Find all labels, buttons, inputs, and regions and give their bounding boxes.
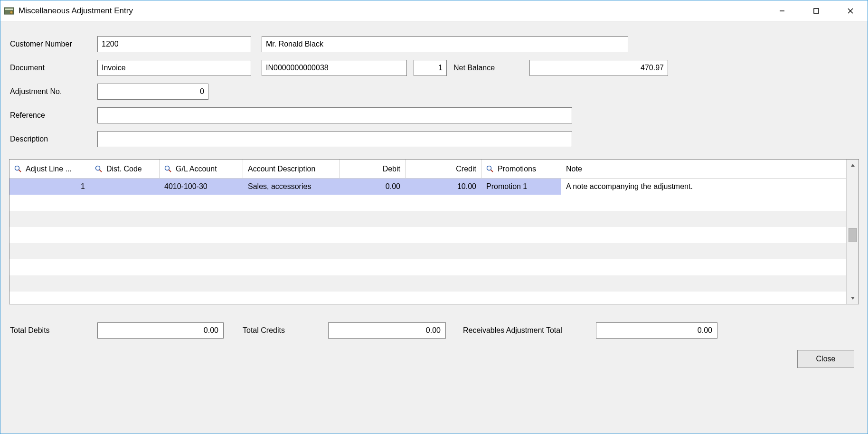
header-debit[interactable]: Debit — [340, 160, 406, 178]
field-document-type[interactable]: Invoice — [97, 60, 251, 76]
label-adjustment-no: Adjustment No. — [9, 87, 97, 96]
row-adjustment-no: Adjustment No. 0 — [9, 83, 859, 100]
cell-gl-account[interactable]: 4010-100-30 — [160, 179, 243, 195]
table-row[interactable] — [9, 243, 846, 259]
header-credit[interactable]: Credit — [406, 160, 481, 178]
row-description: Description — [9, 131, 859, 148]
label-reference: Reference — [9, 111, 97, 120]
field-net-balance: 470.97 — [529, 60, 668, 76]
row-document: Document Invoice IN0000000000038 1 Net B… — [9, 59, 859, 76]
svg-line-10 — [100, 170, 102, 172]
close-window-button[interactable] — [833, 0, 868, 21]
svg-point-13 — [487, 166, 491, 170]
svg-marker-15 — [851, 164, 855, 167]
label-document: Document — [9, 64, 97, 72]
field-description[interactable] — [97, 131, 572, 147]
table-row[interactable] — [9, 211, 846, 227]
table-row[interactable] — [9, 227, 846, 243]
cell-note[interactable]: A note accompanying the adjustment. — [561, 179, 846, 195]
maximize-button[interactable] — [799, 0, 833, 21]
field-reference[interactable] — [97, 107, 572, 123]
svg-line-12 — [169, 170, 171, 172]
grid-wrap: Adjust Line ... Dist. Code G/L Account — [9, 159, 859, 304]
cell-dist-code[interactable] — [90, 179, 160, 195]
field-adjustment-no[interactable]: 0 — [97, 84, 208, 100]
scroll-track[interactable] — [847, 171, 859, 292]
header-dist-code[interactable]: Dist. Code — [90, 160, 160, 178]
field-receivables-adj-total: 0.00 — [596, 322, 717, 339]
cell-credit[interactable]: 10.00 — [406, 179, 481, 195]
table-row[interactable] — [9, 275, 846, 292]
window-title: Miscellaneous Adjustment Entry — [19, 6, 133, 16]
label-receivables-adj-total: Receivables Adjustment Total — [463, 326, 596, 335]
scroll-up-icon[interactable] — [847, 160, 859, 171]
header-account-desc[interactable]: Account Description — [243, 160, 340, 178]
scroll-thumb[interactable] — [849, 228, 857, 242]
table-row[interactable]: 1 4010-100-30 Sales, accessories 0.00 10… — [9, 179, 846, 195]
cell-adjust-line[interactable]: 1 — [9, 179, 90, 195]
table-row[interactable] — [9, 259, 846, 275]
magnifier-icon — [95, 165, 103, 173]
grid-header: Adjust Line ... Dist. Code G/L Account — [9, 160, 846, 179]
header-promotions[interactable]: Promotions — [481, 160, 561, 178]
content-area: Customer Number 1200 Mr. Ronald Black Do… — [0, 21, 868, 434]
minimize-button[interactable] — [765, 0, 799, 21]
svg-rect-4 — [814, 9, 819, 13]
header-adjust-line[interactable]: Adjust Line ... — [9, 160, 90, 178]
header-note[interactable]: Note — [561, 160, 846, 178]
app-icon — [4, 7, 14, 15]
field-customer-number[interactable]: 1200 — [97, 36, 251, 52]
vertical-scrollbar[interactable] — [846, 160, 859, 304]
magnifier-icon — [486, 165, 494, 173]
svg-point-7 — [15, 166, 19, 170]
svg-point-2 — [10, 11, 13, 14]
svg-marker-16 — [851, 297, 855, 300]
magnifier-icon — [164, 165, 172, 173]
adjustment-grid[interactable]: Adjust Line ... Dist. Code G/L Account — [9, 160, 846, 304]
totals-row: Total Debits 0.00 Total Credits 0.00 Rec… — [9, 322, 859, 339]
svg-line-14 — [491, 170, 493, 172]
window: Miscellaneous Adjustment Entry Customer … — [0, 0, 868, 434]
label-net-balance: Net Balance — [453, 64, 525, 72]
field-document-number[interactable]: IN0000000000038 — [262, 60, 407, 76]
field-document-seq[interactable]: 1 — [414, 60, 447, 76]
label-total-debits: Total Debits — [9, 326, 97, 335]
table-row[interactable] — [9, 195, 846, 211]
svg-line-8 — [19, 170, 21, 172]
titlebar: Miscellaneous Adjustment Entry — [0, 0, 868, 21]
footer: Close — [9, 350, 859, 368]
row-reference: Reference — [9, 107, 859, 124]
table-row[interactable] — [9, 292, 846, 304]
label-description: Description — [9, 135, 97, 143]
scroll-down-icon[interactable] — [847, 292, 859, 304]
cell-debit[interactable]: 0.00 — [340, 179, 406, 195]
svg-point-9 — [96, 166, 100, 170]
svg-point-11 — [165, 166, 170, 170]
field-customer-name: Mr. Ronald Black — [262, 36, 628, 52]
cell-account-desc[interactable]: Sales, accessories — [243, 179, 340, 195]
label-total-credits: Total Credits — [243, 326, 328, 335]
magnifier-icon — [14, 165, 22, 173]
label-customer-number: Customer Number — [9, 40, 97, 48]
cell-promotions[interactable]: Promotion 1 — [481, 179, 561, 195]
window-controls — [765, 0, 868, 21]
field-total-debits: 0.00 — [97, 322, 224, 339]
close-button[interactable]: Close — [797, 350, 854, 368]
row-customer-number: Customer Number 1200 Mr. Ronald Black — [9, 36, 859, 53]
field-total-credits: 0.00 — [328, 322, 446, 339]
grid-body: 1 4010-100-30 Sales, accessories 0.00 10… — [9, 179, 846, 304]
header-gl-account[interactable]: G/L Account — [160, 160, 243, 178]
svg-rect-1 — [5, 9, 13, 10]
